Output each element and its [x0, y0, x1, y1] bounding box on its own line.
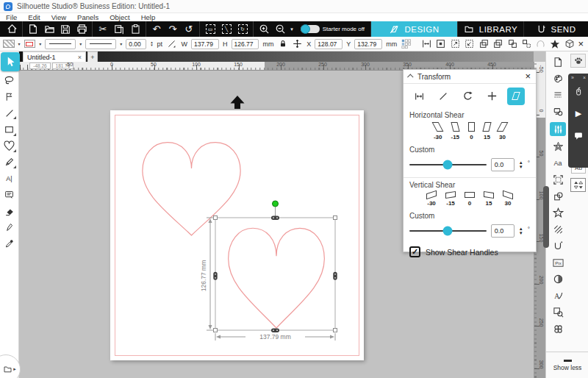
heart-shape-2-selected[interactable] [229, 228, 325, 328]
undo-button[interactable]: ↶ [148, 22, 165, 36]
history-button[interactable]: ↺ [181, 22, 197, 36]
send-blade-plus-icon[interactable] [551, 240, 564, 252]
vshear-slider[interactable] [409, 230, 487, 232]
lock-aspect-icon[interactable] [277, 38, 288, 50]
copy-button[interactable] [111, 22, 127, 36]
transform-tab-move[interactable] [483, 88, 501, 105]
show-less-control[interactable]: Show less [546, 352, 588, 378]
menu-panels[interactable]: Panels [77, 13, 98, 21]
grid-anchor-icon[interactable] [401, 38, 412, 50]
starter-mode-toggle[interactable]: Starter mode off [295, 21, 370, 37]
pixscan-icon[interactable]: Pix [551, 257, 564, 268]
vshear-preset-30[interactable]: 30 [503, 192, 513, 207]
vshear-preset--15[interactable]: -15 [445, 192, 456, 207]
shear-handle-bottom[interactable] [271, 329, 279, 332]
select-rotate-button[interactable]: ↻ [234, 22, 251, 36]
eyedropper-tool[interactable] [4, 238, 15, 249]
play-tutorial-icon[interactable]: ▶ [576, 102, 581, 124]
move-crosshair-icon[interactable] [292, 38, 303, 50]
cut-style-dropdown[interactable] [85, 39, 116, 49]
bring-forward-icon[interactable] [478, 38, 489, 50]
hshear-value-input[interactable]: 0.0 [491, 158, 514, 171]
save-button[interactable] [57, 22, 74, 36]
heart-shape-tool[interactable] [4, 140, 15, 151]
text-style-icon[interactable]: Aa [551, 157, 564, 169]
vshear-preset-15[interactable]: 15 [484, 192, 494, 207]
home-button[interactable] [4, 22, 20, 36]
menu-object[interactable]: Object [110, 13, 129, 21]
vshear-value-input[interactable]: 0.0 [491, 224, 514, 238]
menu-file[interactable]: File [6, 13, 17, 21]
fill-caret[interactable]: ▾ [18, 41, 21, 46]
zoom-out-button[interactable] [272, 22, 288, 36]
cube-3d-icon[interactable] [564, 38, 575, 50]
line-style-caret[interactable]: ▾ [79, 41, 82, 46]
resize-handle-sw[interactable] [214, 329, 218, 332]
vshear-preset--30[interactable]: -30 [426, 192, 437, 207]
glyph-pen-icon[interactable]: A [551, 290, 564, 302]
hshear-preset-0[interactable]: 0 [468, 122, 475, 140]
cut-button[interactable]: ✂ [95, 22, 111, 36]
draw-freehand-tool[interactable] [4, 157, 15, 168]
hshear-preset-30[interactable]: 30 [499, 122, 506, 140]
select-duplicate-button[interactable]: ▭ [202, 22, 218, 36]
shade-half-circle-icon[interactable] [551, 274, 564, 285]
menu-help[interactable]: Help [141, 13, 156, 21]
shear-handle-left[interactable] [213, 272, 217, 280]
scale-down-icon[interactable] [464, 38, 475, 50]
page-frame-icon[interactable] [551, 174, 564, 186]
resize-handle-ne[interactable] [334, 216, 337, 220]
line-tool[interactable] [4, 107, 15, 118]
resize-handle-nw[interactable] [214, 216, 218, 220]
toggle-track[interactable] [301, 25, 320, 33]
zoom-in-button[interactable] [256, 22, 272, 36]
line-thickness-input[interactable]: 0.00 [126, 39, 146, 49]
lasso-select-tool[interactable] [4, 75, 15, 86]
page-setup-icon[interactable] [551, 56, 564, 68]
hshear-preset--15[interactable]: -15 [451, 122, 460, 140]
vshear-preset-0[interactable]: 0 [465, 192, 475, 207]
color-palette-icon[interactable] [551, 73, 564, 85]
print-button[interactable] [74, 22, 90, 36]
panel-collapse-icon[interactable] [407, 74, 413, 79]
star-panel-icon[interactable] [551, 207, 564, 219]
tab-design[interactable]: DESIGN [370, 21, 457, 37]
redo-button[interactable]: ↷ [165, 22, 181, 36]
widget-expand-icon[interactable]: » [571, 75, 574, 80]
shapes-overlap-icon[interactable] [551, 190, 564, 202]
menu-view[interactable]: View [51, 13, 66, 21]
remote-tool-icon[interactable] [574, 80, 583, 102]
widget-close-icon[interactable]: × [583, 75, 586, 80]
heart-shape-1[interactable] [143, 143, 240, 235]
cut-style-caret[interactable]: ▾ [120, 41, 122, 46]
text-tool[interactable]: A| [4, 173, 15, 184]
fill-swatch[interactable] [3, 40, 15, 48]
show-shear-handles-checkbox[interactable]: ✓ [409, 246, 420, 257]
new-document-button[interactable] [25, 22, 41, 36]
ungroup-icon[interactable] [521, 38, 532, 50]
y-input[interactable]: 132.79 [354, 39, 382, 49]
toggle-knob[interactable] [301, 24, 310, 34]
point-edit-tool[interactable] [4, 91, 15, 102]
feedback-chat-icon[interactable] [573, 124, 584, 146]
new-tab-button[interactable]: + [87, 51, 98, 62]
weld-icon[interactable] [535, 38, 546, 50]
clover-shape-icon[interactable] [551, 323, 564, 335]
shear-handle-top[interactable] [271, 216, 279, 220]
x-input[interactable]: 128.07 [315, 39, 343, 49]
vshear-spinner[interactable]: ▲▼ [519, 227, 523, 235]
paste-button[interactable] [127, 22, 143, 36]
hshear-preset-15[interactable]: 15 [484, 122, 490, 140]
center-align-icon[interactable] [421, 38, 432, 50]
transform-panel-icon[interactable] [550, 122, 566, 136]
shear-handle-right[interactable] [333, 272, 337, 280]
line-color-caret[interactable]: ▾ [39, 41, 41, 46]
resize-handle-se[interactable] [334, 329, 337, 332]
tab-library[interactable]: LIBRARY [457, 21, 523, 37]
star-tool-icon[interactable] [550, 38, 561, 50]
menu-edit[interactable]: Edit [28, 13, 40, 21]
thickness-spinner[interactable]: ▲▼ [150, 41, 153, 47]
vshear-slider-thumb[interactable] [443, 227, 453, 236]
notes-tool[interactable] [4, 189, 15, 200]
fill-settings-icon[interactable] [551, 106, 564, 118]
